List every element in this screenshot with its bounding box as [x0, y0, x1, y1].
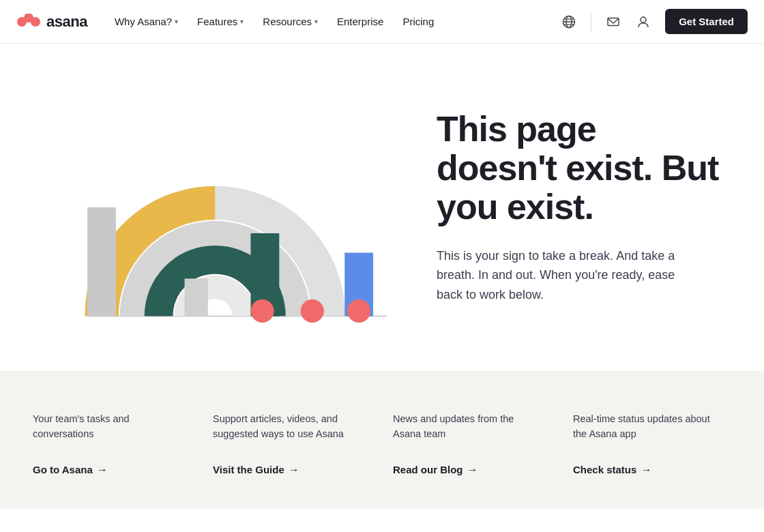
hero-section: This page doesn't exist. But you exist. … — [0, 44, 764, 371]
illustration-svg — [27, 78, 409, 337]
svg-point-9 — [641, 17, 646, 23]
nav-resources[interactable]: Resources ▾ — [254, 10, 326, 33]
hero-title: This page doesn't exist. But you exist. — [437, 110, 723, 227]
footer-link-label-2: Read our Blog — [393, 464, 463, 475]
footer-link-label-3: Check status — [573, 464, 636, 475]
logo-dots — [16, 14, 41, 30]
footer-card-0: Your team's tasks and conversations Go t… — [33, 412, 191, 476]
footer-desc-2: News and updates from the Asana team — [393, 412, 543, 442]
footer-arrow-3: → — [641, 464, 651, 476]
svg-point-15 — [251, 299, 274, 323]
hero-illustration — [27, 78, 409, 337]
hero-body: This is your sign to take a break. And t… — [437, 246, 696, 305]
hero-text: This page doesn't exist. But you exist. … — [409, 110, 723, 305]
footer-desc-3: Real-time status updates about the Asana… — [573, 412, 723, 442]
mail-icon — [606, 15, 620, 29]
navbar: asana Why Asana? ▾ Features ▾ Resources … — [0, 0, 764, 44]
footer-link-label-1: Visit the Guide — [213, 464, 284, 475]
nav-right: Get Started — [555, 8, 748, 35]
footer-desc-0: Your team's tasks and conversations — [33, 412, 183, 442]
chevron-down-icon: ▾ — [240, 18, 244, 25]
logo-text: asana — [46, 13, 87, 31]
nav-links: Why Asana? ▾ Features ▾ Resources ▾ Ente… — [106, 10, 442, 33]
logo[interactable]: asana — [16, 13, 87, 31]
footer-link-2[interactable]: Read our Blog → — [393, 464, 551, 476]
svg-rect-14 — [185, 279, 208, 316]
svg-rect-11 — [87, 207, 116, 316]
footer-arrow-0: → — [97, 464, 108, 476]
footer-link-0[interactable]: Go to Asana → — [33, 464, 191, 476]
mail-button[interactable] — [600, 8, 627, 35]
footer-card-3: Real-time status updates about the Asana… — [573, 412, 731, 476]
footer-arrow-1: → — [289, 464, 299, 476]
footer-section: Your team's tasks and conversations Go t… — [0, 371, 764, 509]
svg-point-16 — [301, 299, 324, 323]
nav-enterprise[interactable]: Enterprise — [329, 10, 392, 33]
chevron-down-icon: ▾ — [175, 18, 178, 25]
nav-divider — [591, 12, 591, 31]
footer-desc-1: Support articles, videos, and suggested … — [213, 412, 363, 442]
globe-button[interactable] — [555, 8, 583, 35]
footer-card-2: News and updates from the Asana team Rea… — [393, 412, 551, 476]
chevron-down-icon: ▾ — [314, 18, 318, 25]
user-button[interactable] — [630, 8, 657, 35]
footer-card-1: Support articles, videos, and suggested … — [213, 412, 371, 476]
svg-point-17 — [347, 299, 370, 323]
nav-features[interactable]: Features ▾ — [189, 10, 252, 33]
footer-link-1[interactable]: Visit the Guide → — [213, 464, 371, 476]
nav-pricing[interactable]: Pricing — [394, 10, 442, 33]
logo-svg — [16, 14, 41, 30]
footer-arrow-2: → — [467, 464, 478, 476]
globe-icon — [562, 15, 576, 29]
footer-link-3[interactable]: Check status → — [573, 464, 731, 476]
get-started-button[interactable]: Get Started — [665, 9, 748, 34]
footer-link-label-0: Go to Asana — [33, 464, 93, 475]
nav-why-asana[interactable]: Why Asana? ▾ — [106, 10, 186, 33]
user-icon — [636, 15, 650, 29]
